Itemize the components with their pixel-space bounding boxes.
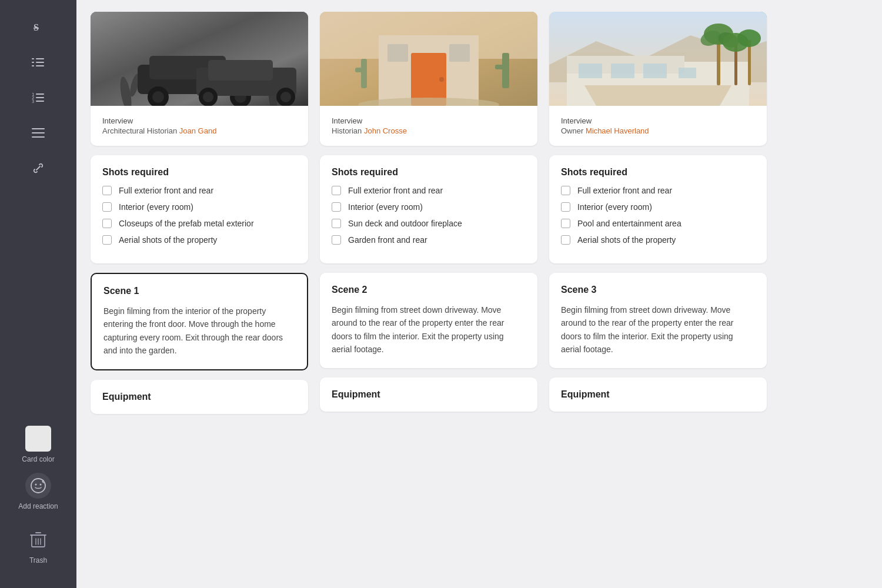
- interview-role-1: Architectural Historian: [102, 126, 177, 135]
- shot-label-2-4: Garden front and rear: [348, 235, 427, 245]
- interview-link-1[interactable]: Joan Gand: [179, 126, 217, 135]
- equipment-card-3: Equipment: [549, 377, 767, 412]
- shot-checkbox-3-1[interactable]: [561, 186, 570, 195]
- svg-rect-1: [32, 58, 34, 59]
- svg-rect-2: [36, 58, 44, 59]
- photo-bw: [91, 12, 308, 106]
- trash-label: Trash: [29, 556, 47, 564]
- sidebar: S 1 2 3: [0, 0, 76, 588]
- shot-item-3-2: Interior (every room): [561, 202, 755, 212]
- shot-checkbox-1-2[interactable]: [102, 202, 112, 212]
- trash-button[interactable]: Trash: [15, 527, 62, 576]
- shots-card-2: Shots required Full exterior front and r…: [320, 155, 537, 263]
- equipment-card-1: Equipment: [91, 380, 308, 414]
- scene-title-2: Scene 2: [332, 285, 526, 295]
- svg-rect-45: [361, 59, 367, 88]
- svg-rect-47: [502, 53, 509, 88]
- svg-point-42: [439, 77, 444, 82]
- shot-label-1-2: Interior (every room): [119, 202, 193, 212]
- scene-text-1: Begin filming from the interior of the p…: [103, 305, 295, 358]
- scene-text-2: Begin filming from street down driveway.…: [332, 303, 526, 356]
- card-color-button[interactable]: Card color: [15, 426, 62, 463]
- shot-item-1-1: Full exterior front and rear: [102, 186, 296, 195]
- interview-card-2-body: Interview Historian John Crosse: [320, 106, 537, 146]
- svg-rect-8: [36, 93, 44, 95]
- interview-card-1: Interview Architectural Historian Joan G…: [91, 12, 308, 146]
- shot-checkbox-2-4[interactable]: [332, 235, 341, 245]
- interview-card-1-body: Interview Architectural Historian Joan G…: [91, 106, 308, 146]
- svg-rect-12: [36, 101, 44, 102]
- shot-checkbox-1-4[interactable]: [102, 235, 112, 245]
- shot-item-1-4: Aerial shots of the property: [102, 235, 296, 245]
- svg-rect-44: [449, 44, 470, 62]
- shot-checkbox-2-1[interactable]: [332, 186, 341, 195]
- svg-point-17: [35, 484, 37, 486]
- svg-rect-43: [387, 44, 408, 62]
- numbered-list-icon[interactable]: 1 2 3: [23, 82, 54, 113]
- equipment-title-2: Equipment: [332, 389, 526, 400]
- add-reaction-button[interactable]: Add reaction: [15, 473, 62, 510]
- shot-label-1-3: Closeups of the prefab metal exterior: [119, 219, 254, 228]
- shot-label-2-1: Full exterior front and rear: [348, 186, 443, 195]
- shot-checkbox-1-1[interactable]: [102, 186, 112, 195]
- column-3: Interview Owner Michael Haverland Shots …: [549, 12, 767, 576]
- link-icon[interactable]: [23, 153, 54, 183]
- svg-rect-13: [32, 128, 45, 129]
- shot-checkbox-3-2[interactable]: [561, 202, 570, 212]
- shot-item-3-1: Full exterior front and rear: [561, 186, 755, 195]
- shot-label-2-3: Sun deck and outdoor fireplace: [348, 219, 462, 228]
- shot-checkbox-3-4[interactable]: [561, 235, 570, 245]
- shot-checkbox-3-3[interactable]: [561, 219, 570, 228]
- interview-label-3: Interview: [561, 116, 755, 125]
- shot-item-1-2: Interior (every room): [102, 202, 296, 212]
- svg-rect-33: [208, 60, 273, 81]
- color-swatch: [25, 426, 51, 452]
- photo-orange-door: [320, 12, 537, 106]
- shot-label-3-1: Full exterior front and rear: [577, 186, 672, 195]
- shots-title-3: Shots required: [561, 167, 755, 178]
- main-content: Interview Architectural Historian Joan G…: [76, 0, 882, 588]
- svg-text:S: S: [34, 22, 39, 32]
- shot-label-3-3: Pool and entertainment area: [577, 219, 681, 228]
- emoji-icon: [25, 473, 51, 499]
- scene-text-3: Begin filming from street down driveway.…: [561, 303, 755, 356]
- scene-card-2: Scene 2 Begin filming from street down d…: [320, 273, 537, 368]
- shot-label-2-2: Interior (every room): [348, 202, 423, 212]
- interview-label-1: Interview: [102, 116, 296, 125]
- shot-checkbox-2-3[interactable]: [332, 219, 341, 228]
- equipment-card-2: Equipment: [320, 377, 537, 412]
- svg-point-18: [40, 484, 42, 486]
- scene-title-3: Scene 3: [561, 285, 755, 295]
- column-2: Interview Historian John Crosse Shots re…: [320, 12, 537, 576]
- trash-icon: [25, 527, 51, 553]
- interview-role-2: Historian: [332, 126, 362, 135]
- svg-rect-54: [579, 64, 602, 78]
- shots-title-2: Shots required: [332, 167, 526, 178]
- hamburger-icon[interactable]: [23, 118, 54, 148]
- interview-link-3[interactable]: Michael Haverland: [586, 126, 649, 135]
- svg-rect-57: [679, 68, 696, 78]
- equipment-title-1: Equipment: [102, 392, 296, 402]
- shot-checkbox-2-2[interactable]: [332, 202, 341, 212]
- svg-rect-5: [32, 65, 34, 66]
- add-reaction-label: Add reaction: [18, 502, 58, 510]
- list-icon[interactable]: [23, 47, 54, 78]
- shot-item-2-2: Interior (every room): [332, 202, 526, 212]
- photo-palm-trees: [549, 12, 767, 106]
- strikethrough-icon[interactable]: S: [23, 12, 54, 42]
- shot-checkbox-1-3[interactable]: [102, 219, 112, 228]
- shots-card-3: Shots required Full exterior front and r…: [549, 155, 767, 263]
- interview-label-2: Interview: [332, 116, 526, 125]
- interview-link-2[interactable]: John Crosse: [364, 126, 407, 135]
- svg-rect-15: [32, 136, 45, 138]
- svg-rect-56: [643, 64, 667, 78]
- svg-rect-48: [495, 65, 509, 69]
- shot-item-2-4: Garden front and rear: [332, 235, 526, 245]
- shot-label-1-1: Full exterior front and rear: [119, 186, 213, 195]
- interview-card-3: Interview Owner Michael Haverland: [549, 12, 767, 146]
- svg-point-35: [203, 92, 213, 102]
- card-color-label: Card color: [22, 455, 54, 463]
- shot-item-3-3: Pool and entertainment area: [561, 219, 755, 228]
- shot-item-1-3: Closeups of the prefab metal exterior: [102, 219, 296, 228]
- interview-role-3: Owner: [561, 126, 583, 135]
